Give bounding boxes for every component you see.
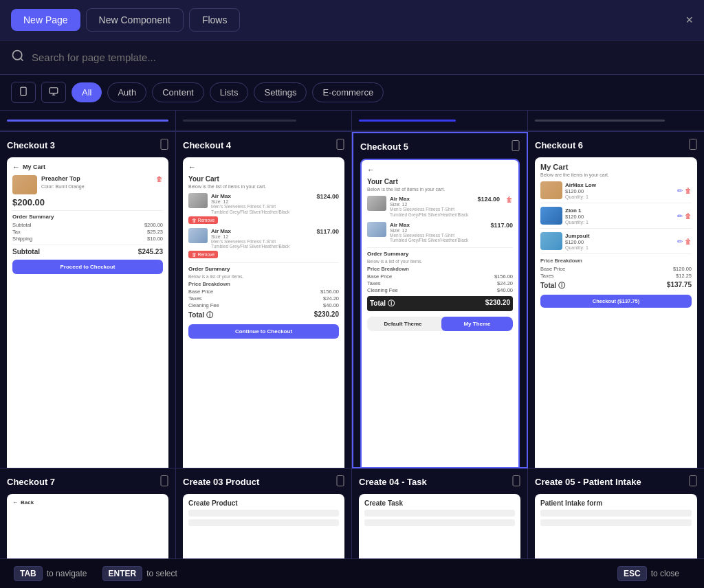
svg-rect-3 bbox=[50, 88, 58, 93]
shoe6-thumb1 bbox=[540, 181, 562, 199]
delete-icon-6-3[interactable]: 🗑 bbox=[685, 238, 692, 245]
checkout5-price-breakdown: Price Breakdown bbox=[367, 266, 513, 272]
back-arrow-3: ← bbox=[12, 163, 20, 171]
svg-rect-4 bbox=[161, 139, 168, 150]
card-checkout5[interactable]: Checkout 5 ← Your Cart Below is the list… bbox=[352, 132, 528, 468]
checkout6-base: Base Price $120.00 bbox=[540, 266, 692, 272]
checkout5-summary-sub: Below is a list of your items. bbox=[367, 259, 513, 264]
search-input[interactable] bbox=[32, 52, 693, 63]
card-checkout7-title: Checkout 7 bbox=[7, 475, 168, 488]
checkout5-nav: ← bbox=[367, 166, 513, 174]
blue-bar bbox=[359, 120, 456, 122]
edit-icon-3[interactable]: ✏ bbox=[677, 238, 683, 245]
card-create04-title: Create 04 - Task bbox=[359, 475, 520, 488]
svg-rect-10 bbox=[690, 139, 696, 150]
checkout4-subtitle: Below is the list of items in your cart. bbox=[188, 184, 339, 189]
esc-key: ESC bbox=[617, 566, 647, 581]
esc-label: to close bbox=[651, 569, 679, 578]
card-checkout3-title: Checkout 3 bbox=[7, 139, 168, 152]
checkout4-summary: Order Summary bbox=[188, 266, 339, 272]
checkout3-btn[interactable]: Proceed to Checkout bbox=[12, 260, 163, 274]
checkout6-title: My Cart bbox=[540, 163, 692, 171]
tab-new-page[interactable]: New Page bbox=[11, 9, 80, 31]
shoe6-thumb3 bbox=[540, 232, 562, 250]
purple-bar bbox=[7, 120, 168, 122]
checkout3-price: $200.00 bbox=[12, 197, 163, 207]
desktop-view-btn[interactable] bbox=[41, 82, 66, 103]
checkout4-nav: ← bbox=[188, 163, 339, 171]
card-create05-title: Create 05 - Patient Intake bbox=[535, 475, 697, 488]
checkout3-summary-title: Order Summary bbox=[12, 214, 163, 220]
shoe4-thumb2 bbox=[188, 228, 208, 243]
filter-lists[interactable]: Lists bbox=[210, 82, 249, 102]
filter-content[interactable]: Content bbox=[152, 82, 204, 102]
checkout5-item1-price: $124.00 bbox=[477, 196, 500, 203]
mobile-view-btn[interactable] bbox=[11, 82, 36, 103]
mobile-icon-checkout7 bbox=[160, 475, 168, 488]
checkout6-item3-actions: ✏ 🗑 bbox=[677, 238, 692, 245]
shoe5-thumb2 bbox=[367, 222, 386, 237]
shoe6-thumb2 bbox=[540, 207, 562, 225]
tab-flows[interactable]: Flows bbox=[189, 8, 241, 32]
edit-icon-2[interactable]: ✏ bbox=[677, 212, 683, 220]
mobile-icon-checkout3 bbox=[160, 139, 168, 152]
filter-settings[interactable]: Settings bbox=[254, 82, 307, 102]
checkout3-mockup: ← My Cart Preacher Top Color: Burnt Oran… bbox=[7, 157, 168, 468]
filter-auth[interactable]: Auth bbox=[107, 82, 146, 102]
mobile-icon-checkout4 bbox=[336, 139, 344, 152]
tab-label: to navigate bbox=[47, 569, 87, 578]
close-button[interactable]: × bbox=[685, 13, 693, 27]
footer: TAB to navigate ENTER to select ESC to c… bbox=[0, 558, 704, 588]
checkout5-item2: Air Max Size: 12 Men's Sleeveless Fitnes… bbox=[367, 222, 513, 244]
default-theme-btn[interactable]: Default Theme bbox=[367, 317, 439, 331]
remove-btn-2[interactable]: 🗑 Remove bbox=[188, 251, 218, 258]
checkout5-cleaning: Cleaning Fee $40.00 bbox=[367, 287, 513, 293]
checkout4-cart-title: Your Cart bbox=[188, 175, 339, 183]
checkout4-item2-info: Air Max Size: 12 Men's Sleeveless Fitnes… bbox=[211, 228, 313, 250]
create03-field2 bbox=[188, 519, 339, 526]
shoe5-thumb1 bbox=[367, 196, 386, 211]
create05-field2 bbox=[540, 519, 692, 526]
filter-all[interactable]: All bbox=[72, 82, 102, 102]
mobile-icon-create04 bbox=[512, 475, 520, 488]
svg-rect-8 bbox=[512, 141, 519, 151]
create04-field2 bbox=[364, 519, 515, 526]
mobile-icon-create03 bbox=[336, 475, 344, 488]
filter-ecommerce[interactable]: E-commerce bbox=[312, 82, 384, 102]
svg-point-0 bbox=[13, 51, 22, 60]
esc-section: ESC to close bbox=[617, 566, 690, 581]
checkout6-item2: Zion 1 $120.00 Quantity: 1 ✏ 🗑 bbox=[540, 207, 692, 229]
checkout4-continue-btn[interactable]: Continue to Checkout bbox=[188, 324, 339, 339]
search-bar bbox=[0, 41, 704, 75]
checkout5-cart-title: Your Cart bbox=[367, 178, 513, 185]
enter-label: to select bbox=[146, 569, 177, 578]
checkout6-item2-actions: ✏ 🗑 bbox=[677, 212, 692, 220]
remove-btn-1[interactable]: 🗑 Remove bbox=[188, 216, 218, 224]
checkout3-total-row: Subtotal $245.23 bbox=[12, 248, 163, 256]
checkout7-nav: ← Back bbox=[12, 499, 163, 506]
checkout5-total: Total ⓘ $230.20 bbox=[367, 296, 513, 311]
checkout6-btn[interactable]: Checkout ($137.75) bbox=[540, 295, 692, 308]
my-theme-btn[interactable]: My Theme bbox=[441, 317, 513, 331]
checkout3-subtotal-row: Subtotal $200.00 bbox=[12, 222, 163, 228]
top-partial-row bbox=[0, 111, 704, 131]
delete-icon-6-2[interactable]: 🗑 bbox=[685, 212, 692, 220]
edit-icon-1[interactable]: ✏ bbox=[677, 187, 683, 194]
delete-icon-3: 🗑 bbox=[156, 175, 163, 183]
card-checkout4-title: Checkout 4 bbox=[183, 139, 344, 152]
mobile-icon-create05 bbox=[689, 475, 697, 488]
partial-cell-2 bbox=[176, 111, 352, 131]
checkout6-item1-info: AirMax Low $120.00 Quantity: 1 bbox=[565, 182, 674, 199]
card-checkout4[interactable]: Checkout 4 ← Your Cart Below is the list… bbox=[176, 132, 352, 468]
delete-icon-6-1[interactable]: 🗑 bbox=[685, 187, 692, 194]
checkout3-product-info: Preacher Top Color: Burnt Orange bbox=[41, 175, 85, 190]
card-checkout6[interactable]: Checkout 6 My Cart Below are the items i… bbox=[528, 132, 704, 468]
create04-field1 bbox=[364, 510, 515, 517]
checkout6-taxes: Taxes $12.25 bbox=[540, 273, 692, 279]
checkout4-item1-price: $124.00 bbox=[316, 193, 339, 200]
tab-new-component[interactable]: New Component bbox=[86, 8, 184, 32]
checkout4-cleaning: Cleaning Fee $40.00 bbox=[188, 302, 339, 308]
card-checkout3[interactable]: Checkout 3 ← My Cart Preacher Top Color:… bbox=[0, 132, 176, 468]
create05-form-title: Patient Intake form bbox=[540, 499, 692, 507]
checkout4-taxes: Taxes $24.20 bbox=[188, 295, 339, 302]
